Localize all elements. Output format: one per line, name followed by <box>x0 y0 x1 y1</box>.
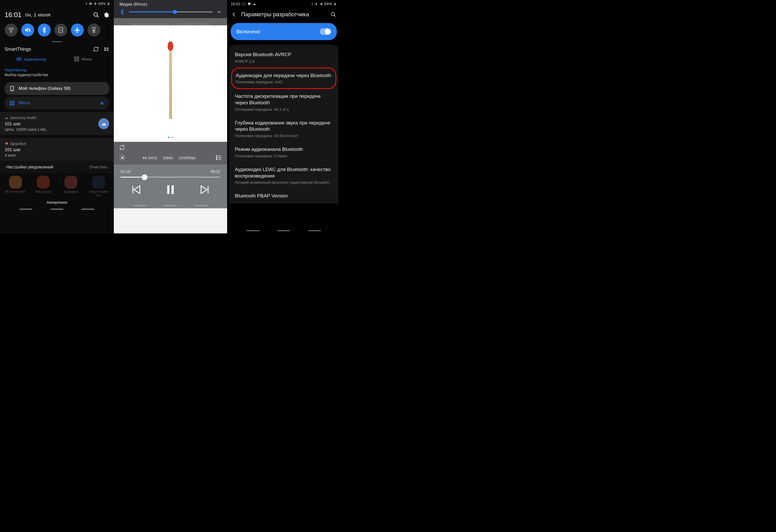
equalizer-icon <box>100 101 105 105</box>
volume-slider[interactable] <box>129 11 213 12</box>
svg-point-6 <box>93 30 94 31</box>
svg-rect-20 <box>101 103 101 105</box>
notif-app-row: Здоровье <box>5 142 109 146</box>
repeat-icon[interactable] <box>119 144 125 151</box>
smartthings-tabs: Аудиовыход Rimor <box>0 54 114 65</box>
device-rimor-name: Rimor <box>19 101 96 106</box>
nav-home[interactable] <box>277 230 290 231</box>
notif-app-row: Samsung Health <box>5 116 109 120</box>
battery-icon <box>333 2 337 6</box>
setting-avrcp[interactable]: Версия Bluetooth AVRCP AVRCP 1.6 <box>231 47 336 67</box>
mute-toggle[interactable] <box>21 24 34 36</box>
enabled-label: Включено <box>236 29 320 35</box>
notif-sub: Цель: 10000 шага (-ов). <box>5 127 109 132</box>
setting-channel-mode[interactable]: Режим аудиоканала Bluetooth Потоковая пе… <box>231 142 336 162</box>
page-title: Параметры разработчика <box>241 11 327 18</box>
device-rimor[interactable]: Rimor <box>5 97 109 110</box>
svg-point-8 <box>107 48 109 49</box>
bluetooth-status-icon <box>84 2 88 5</box>
reload-row <box>114 142 227 151</box>
settings-gear-icon[interactable] <box>103 12 109 18</box>
back-icon[interactable] <box>231 12 237 17</box>
data-saver-toggle[interactable] <box>54 24 67 36</box>
setting-ldac[interactable]: Аудиокодек LDAC для Bluetooth: качество … <box>231 162 336 189</box>
search-icon[interactable] <box>331 12 336 17</box>
notif-samsung-health[interactable]: Samsung Health 101 шаг Цель: 10000 шага … <box>0 112 114 135</box>
auto-icon[interactable]: A <box>119 154 126 161</box>
notif-actions: Настройки уведомлений Очистить <box>0 161 114 173</box>
svg-point-25 <box>216 156 217 156</box>
settings-list: Версия Bluetooth AVRCP AVRCP 1.6 Аудиоко… <box>229 45 338 203</box>
app-item: Mi Drone Mini <box>5 176 26 197</box>
search-icon[interactable] <box>93 12 99 18</box>
nav-recents[interactable] <box>133 205 146 206</box>
svg-rect-12 <box>77 57 78 58</box>
time-row: 01:19 05:22 <box>119 169 222 176</box>
audio-output-sub: Выбор аудиоустройства <box>5 72 109 77</box>
pause-button[interactable] <box>164 183 177 196</box>
playlist-icon[interactable] <box>215 154 222 161</box>
airplane-status-icon <box>93 2 97 5</box>
date: пн, 1 июня <box>25 12 50 18</box>
tab-audio-label: Аудиовыход <box>24 57 46 61</box>
svg-point-26 <box>216 157 217 158</box>
svg-rect-19 <box>13 104 14 105</box>
svg-point-27 <box>216 159 217 160</box>
album-cover[interactable] <box>114 25 227 142</box>
chevron-down-icon[interactable] <box>216 9 222 15</box>
svg-rect-14 <box>77 59 78 61</box>
clock: 16:01 <box>5 11 21 19</box>
wifi-toggle[interactable] <box>5 24 18 36</box>
master-switch[interactable] <box>320 28 331 35</box>
audio-output-block: Аудиовыход Выбор аудиоустройства <box>0 65 114 80</box>
svg-rect-28 <box>167 185 169 194</box>
notif-sub: 4 ккал <box>5 153 109 157</box>
master-toggle-row[interactable]: Включено <box>231 23 337 40</box>
nav-back[interactable] <box>195 205 208 206</box>
flashlight-toggle[interactable] <box>87 24 101 36</box>
media-overlay-title: Медиа (Rimor) <box>120 2 147 7</box>
setting-audio-codec[interactable]: Аудиокодек для передачи через Bluetooth … <box>231 67 336 89</box>
airplane-toggle[interactable] <box>71 24 84 36</box>
prev-button[interactable] <box>130 183 143 196</box>
media-volume-overlay: Медиа (Rimor) <box>114 0 227 18</box>
svg-rect-16 <box>10 101 12 103</box>
setting-sample-rate[interactable]: Частота дискретизации при передаче через… <box>231 89 336 116</box>
nav-recents[interactable] <box>246 230 259 231</box>
app-item: Teleprompter Pro <box>88 176 109 197</box>
refresh-icon[interactable] <box>93 46 99 52</box>
nav-home[interactable] <box>50 208 63 210</box>
quick-toggles <box>0 21 114 41</box>
audio-info-text: 44.1KHz 16bits 1032Kbps <box>142 156 198 160</box>
nav-back[interactable] <box>81 208 94 210</box>
tab-audio-output[interactable]: Аудиовыход <box>5 56 57 62</box>
device-phone[interactable]: Мой телефон (Galaxy S8) <box>5 82 109 95</box>
status-bar: 69% <box>0 0 114 7</box>
app-item: AliExpress <box>33 176 54 197</box>
nav-home[interactable] <box>164 205 177 206</box>
tab-device-label: Rimor <box>81 57 92 61</box>
notif-settings-button[interactable]: Настройки уведомлений <box>6 165 53 169</box>
clear-button[interactable]: Очистить <box>89 165 108 169</box>
notif-health[interactable]: Здоровье 101 шаг 4 ккал <box>0 138 114 161</box>
tune-icon[interactable] <box>104 46 109 52</box>
bluetooth-toggle[interactable] <box>38 24 51 36</box>
setting-bit-depth[interactable]: Глубина кодирования звука при передаче ч… <box>231 116 336 142</box>
svg-rect-22 <box>103 103 104 105</box>
drag-handle[interactable] <box>52 41 62 42</box>
shoe-status-icon <box>252 2 256 6</box>
airplane-status-icon <box>320 2 323 6</box>
battery-percent: 69% <box>324 2 332 6</box>
settings-header: Параметры разработчика <box>227 7 340 23</box>
seek-bar[interactable] <box>121 177 220 178</box>
tab-device[interactable]: Rimor <box>57 56 109 62</box>
svg-point-9 <box>105 50 106 51</box>
svg-rect-18 <box>10 104 12 105</box>
nav-bar <box>114 202 227 208</box>
next-button[interactable] <box>198 183 211 196</box>
svg-rect-32 <box>335 3 336 5</box>
nav-back[interactable] <box>308 230 321 231</box>
nav-recents[interactable] <box>19 208 32 210</box>
svg-text:A: A <box>121 156 124 159</box>
setting-pbap[interactable]: Bluetooth PBAP Version <box>231 189 336 203</box>
